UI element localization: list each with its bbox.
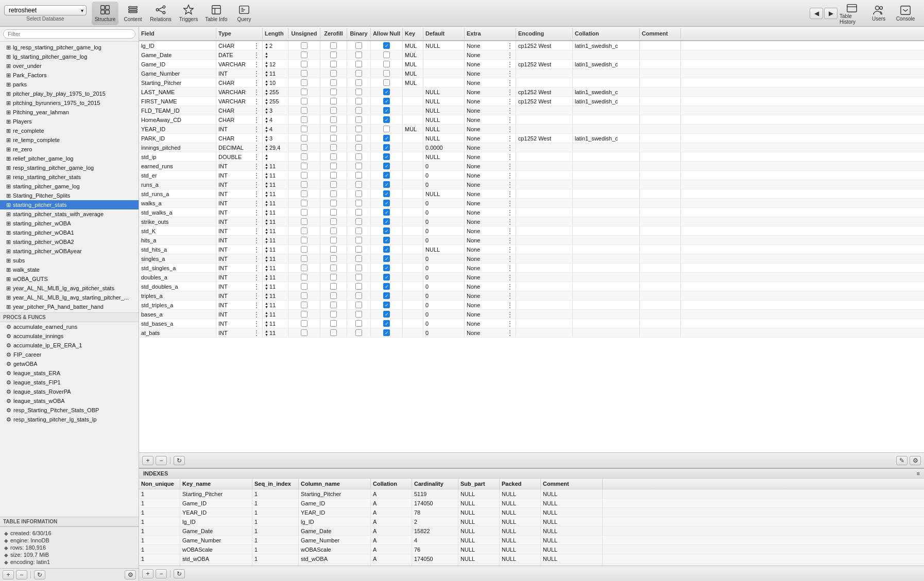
cell-key[interactable] <box>403 106 423 115</box>
length-arrows[interactable]: ▲▼ <box>265 209 268 216</box>
checkbox[interactable] <box>355 265 362 271</box>
checkbox[interactable] <box>301 227 307 234</box>
cell-key[interactable] <box>403 189 423 198</box>
cell-binary[interactable] <box>347 115 371 124</box>
sidebar-item-year-pitcher-pa-hand-batter-hand[interactable]: ⊞year_pitcher_PA_hand_batter_hand <box>0 302 139 311</box>
cell-collation[interactable] <box>573 50 640 59</box>
length-arrows[interactable]: ▲▼ <box>265 89 268 96</box>
cell-encoding[interactable] <box>516 217 573 226</box>
cell-default[interactable]: 0 <box>423 273 465 281</box>
length-arrows[interactable]: ▲▼ <box>265 79 268 86</box>
cell-extra[interactable]: None⋮ <box>465 50 516 59</box>
cell-allow-null[interactable]: ✓ <box>371 291 403 300</box>
cell-collation[interactable] <box>573 319 640 328</box>
cell-binary[interactable] <box>347 254 371 263</box>
checkbox[interactable] <box>301 181 307 188</box>
cell-encoding[interactable] <box>516 69 573 78</box>
cell-zerofill[interactable] <box>320 171 347 180</box>
cell-allow-null[interactable]: ✓ <box>371 143 403 152</box>
checkbox[interactable] <box>330 255 337 262</box>
cell-collation[interactable] <box>573 263 640 272</box>
cell-key[interactable] <box>403 254 423 263</box>
type-dots-button[interactable]: ⋮ <box>253 144 260 152</box>
cell-binary[interactable] <box>347 328 371 337</box>
cell-binary[interactable] <box>347 106 371 115</box>
cell-zerofill[interactable] <box>320 115 347 124</box>
cell-key[interactable] <box>403 236 423 244</box>
cell-default[interactable] <box>423 69 465 78</box>
cell-encoding[interactable]: cp1252 West <box>516 60 573 68</box>
cell-allow-null[interactable]: ✓ <box>371 134 403 143</box>
cell-allow-null[interactable]: ✓ <box>371 236 403 244</box>
sidebar-item-woba-guts[interactable]: ⊞wOBA_GUTS <box>0 274 139 284</box>
checkbox[interactable] <box>301 255 307 262</box>
checkbox[interactable]: ✓ <box>383 218 390 225</box>
cell-unsigned[interactable] <box>288 208 320 217</box>
length-arrows[interactable]: ▲▼ <box>265 311 268 318</box>
cell-allow-null[interactable] <box>371 60 403 68</box>
cell-zerofill[interactable] <box>320 152 347 161</box>
cell-comment[interactable] <box>640 162 681 170</box>
structure-button[interactable]: Structure <box>92 2 118 25</box>
checkbox[interactable] <box>301 42 307 49</box>
checkbox[interactable]: ✓ <box>383 209 390 216</box>
checkbox[interactable] <box>330 135 337 142</box>
checkbox[interactable] <box>301 172 307 179</box>
cell-default[interactable]: 0 <box>423 301 465 309</box>
extra-dots-button[interactable]: ⋮ <box>506 208 514 217</box>
checkbox[interactable] <box>330 70 337 77</box>
cell-zerofill[interactable] <box>320 310 347 319</box>
cell-encoding[interactable] <box>516 282 573 291</box>
cell-extra[interactable]: None⋮ <box>465 328 516 337</box>
cell-zerofill[interactable] <box>320 97 347 105</box>
cell-collation[interactable] <box>573 236 640 244</box>
sidebar-item-starting-pitcher-wobayear[interactable]: ⊞starting_pitcher_wOBAyear <box>0 247 139 256</box>
cell-binary[interactable] <box>347 245 371 254</box>
cell-encoding[interactable] <box>516 254 573 263</box>
cell-default[interactable] <box>423 60 465 68</box>
type-dots-button[interactable]: ⋮ <box>253 329 260 337</box>
cell-comment[interactable] <box>640 78 681 87</box>
cell-comment[interactable] <box>640 189 681 198</box>
checkbox[interactable] <box>301 320 307 327</box>
extra-dots-button[interactable]: ⋮ <box>506 153 514 161</box>
proc-item-league-stats-woba[interactable]: ⚙league_stats_wOBA <box>0 396 139 406</box>
sidebar-item-park-factors[interactable]: ⊞Park_Factors <box>0 71 139 80</box>
cell-default[interactable]: 0 <box>423 319 465 328</box>
cell-allow-null[interactable]: ✓ <box>371 273 403 281</box>
idx-header-non-unique[interactable]: Non_unique <box>139 479 180 489</box>
index-row[interactable]: 1Game_Number1Game_NumberA4NULLNULLNULL <box>139 536 924 545</box>
checkbox[interactable] <box>383 51 390 58</box>
cell-allow-null[interactable]: ✓ <box>371 41 403 50</box>
cell-unsigned[interactable] <box>288 199 320 207</box>
cell-comment[interactable] <box>640 171 681 180</box>
cell-binary[interactable] <box>347 87 371 96</box>
checkbox[interactable] <box>355 246 362 253</box>
checkbox[interactable] <box>301 265 307 271</box>
checkbox[interactable] <box>355 42 362 49</box>
length-arrows[interactable]: ▲▼ <box>265 246 268 253</box>
cell-collation[interactable] <box>573 106 640 115</box>
sidebar-item-walk-state[interactable]: ⊞walk_state <box>0 265 139 274</box>
users-button[interactable]: Users <box>866 5 891 22</box>
index-row[interactable]: 1lg_ID1lg_IDA2NULLNULLNULL <box>139 517 924 526</box>
checkbox[interactable]: ✓ <box>383 42 390 49</box>
cell-key[interactable] <box>403 152 423 161</box>
cell-default[interactable]: NULL <box>423 41 465 50</box>
type-dots-button[interactable]: ⋮ <box>253 153 260 161</box>
cell-collation[interactable] <box>573 282 640 291</box>
table-row[interactable]: Game_IDVARCHAR⋮▲▼12MULNone⋮cp1252 Westla… <box>139 60 924 69</box>
table-row[interactable]: strike_outsINT⋮▲▼11✓0None⋮ <box>139 217 924 226</box>
checkbox[interactable] <box>355 61 362 67</box>
cell-encoding[interactable] <box>516 328 573 337</box>
cell-default[interactable]: NULL <box>423 115 465 124</box>
extra-dots-button[interactable]: ⋮ <box>506 144 514 152</box>
checkbox[interactable] <box>330 79 337 86</box>
cell-default[interactable]: 0 <box>423 208 465 217</box>
cell-zerofill[interactable] <box>320 78 347 87</box>
idx-header-cardinality[interactable]: Cardinality <box>412 479 458 489</box>
length-arrows[interactable]: ▲▼ <box>265 153 268 161</box>
checkbox[interactable]: ✓ <box>383 163 390 169</box>
extra-dots-button[interactable]: ⋮ <box>506 97 514 105</box>
checkbox[interactable]: ✓ <box>383 255 390 262</box>
